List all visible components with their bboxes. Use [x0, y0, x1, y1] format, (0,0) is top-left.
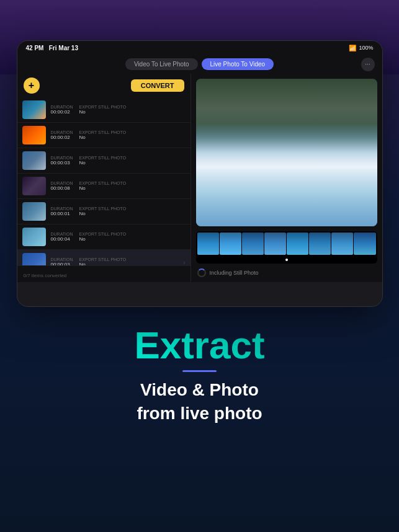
strip-segment [331, 233, 353, 255]
duration-value: 00:00:02 [51, 109, 73, 115]
convert-button[interactable]: CONVERT [131, 79, 184, 92]
thumbnail [22, 151, 46, 170]
duration-value: 00:00:01 [51, 211, 73, 216]
export-label: Export Still Photo [79, 206, 127, 211]
duration-label: Duration [51, 130, 73, 135]
duration-value: 00:00:08 [51, 185, 73, 191]
playhead-dot [285, 259, 288, 261]
list-item[interactable]: Duration 00:00:03 Export Still Photo No [17, 148, 191, 174]
tab-bar: Video To Live Photo Live Photo To Video … [17, 55, 382, 74]
video-meta: Duration 00:00:01 Export Still Photo No [51, 206, 186, 216]
duration-label: Duration [51, 232, 73, 236]
tab-video-to-live[interactable]: Video To Live Photo [125, 58, 198, 70]
export-value: No [79, 211, 127, 216]
bottom-status: 0/7 items converted [17, 265, 191, 282]
strip-segment [242, 233, 264, 255]
bottom-section: Extract Video & Photo from live photo [0, 307, 399, 438]
video-meta: Duration 00:00:02 Export Still Photo No [51, 130, 186, 140]
export-value: No [79, 109, 127, 115]
loading-spinner [197, 268, 206, 277]
strip-inner [196, 231, 377, 256]
video-preview-inner [196, 79, 377, 226]
video-meta: Duration 00:00:03 Export Still Photo No [51, 156, 186, 166]
still-photo-row: Including Still Photo [196, 268, 377, 277]
duration-label: Duration [51, 156, 73, 160]
main-content: + CONVERT Duration 00:00:02 Expo [17, 74, 382, 282]
list-item[interactable]: Duration 00:00:01 Export Still Photo No [17, 199, 191, 224]
export-label: Export Still Photo [79, 105, 127, 109]
status-time: 42 PM Fri Mar 13 [26, 45, 79, 51]
battery-text: 100% [359, 45, 373, 51]
add-button[interactable]: + [24, 78, 40, 94]
video-meta: Duration 00:00:08 Export Still Photo No [51, 181, 186, 191]
toolbar: + CONVERT [17, 74, 191, 97]
date-text: Fri Mar 13 [49, 45, 78, 51]
filmstrip-preview[interactable] [196, 231, 377, 264]
strip-segment [220, 233, 241, 255]
strip-segment [309, 233, 331, 255]
time-text: 42 PM [26, 45, 44, 51]
tab-live-to-video[interactable]: Live Photo To Video [202, 58, 274, 70]
strip-segment [287, 233, 308, 255]
thumbnail [22, 228, 46, 246]
export-value: No [79, 160, 127, 166]
thumbnail [22, 126, 46, 144]
list-item[interactable]: Duration 00:00:03 Export Still Photo No … [17, 250, 191, 265]
thumbnail [22, 100, 46, 119]
device-frame: 42 PM Fri Mar 13 📶 100% Video To Live Ph… [17, 40, 383, 307]
video-meta: Duration 00:00:02 Export Still Photo No [51, 105, 186, 115]
duration-label: Duration [51, 257, 73, 262]
video-meta: Duration 00:00:03 Export Still Photo No [51, 257, 179, 265]
duration-label: Duration [51, 181, 73, 185]
status-bar: 42 PM Fri Mar 13 📶 100% [17, 41, 382, 55]
subtitle-text: Video & Photo from live photo [137, 378, 262, 425]
list-item[interactable]: Duration 00:00:04 Export Still Photo No [17, 224, 191, 250]
underline-bar [182, 370, 217, 372]
more-options-button[interactable]: ··· [361, 58, 375, 71]
export-label: Export Still Photo [79, 257, 127, 262]
still-photo-label: Including Still Photo [210, 270, 259, 276]
wave-overlay [196, 138, 377, 226]
video-list: Duration 00:00:02 Export Still Photo No [17, 97, 191, 265]
duration-value: 00:00:04 [51, 236, 73, 242]
duration-value: 00:00:02 [51, 135, 73, 140]
list-item[interactable]: Duration 00:00:02 Export Still Photo No [17, 123, 191, 148]
export-value: No [79, 185, 127, 191]
export-value: No [79, 135, 127, 140]
status-right: 📶 100% [349, 45, 373, 51]
thumbnail [22, 253, 46, 265]
video-preview [196, 79, 377, 226]
export-value: No [79, 236, 127, 242]
list-item[interactable]: Duration 00:00:02 Export Still Photo No [17, 97, 191, 123]
export-label: Export Still Photo [79, 181, 127, 185]
list-item[interactable]: Duration 00:00:08 Export Still Photo No [17, 174, 191, 199]
strip-segment [354, 233, 375, 255]
thumbnail [22, 202, 46, 221]
export-label: Export Still Photo [79, 156, 127, 160]
right-panel: Including Still Photo [191, 74, 382, 282]
wifi-icon: 📶 [349, 45, 356, 51]
export-label: Export Still Photo [79, 232, 127, 236]
duration-label: Duration [51, 105, 73, 109]
items-converted-text: 0/7 items converted [24, 273, 67, 278]
export-label: Export Still Photo [79, 130, 127, 135]
video-meta: Duration 00:00:04 Export Still Photo No [51, 232, 186, 242]
strip-segment [264, 233, 286, 255]
duration-label: Duration [51, 206, 73, 211]
thumbnail [22, 177, 46, 195]
extract-title: Extract [134, 324, 264, 366]
strip-segment [197, 233, 219, 255]
chevron-right-icon: › [183, 259, 185, 266]
left-panel: + CONVERT Duration 00:00:02 Expo [17, 74, 191, 282]
subtitle-content: Video & Photo from live photo [137, 380, 262, 423]
duration-value: 00:00:03 [51, 160, 73, 166]
